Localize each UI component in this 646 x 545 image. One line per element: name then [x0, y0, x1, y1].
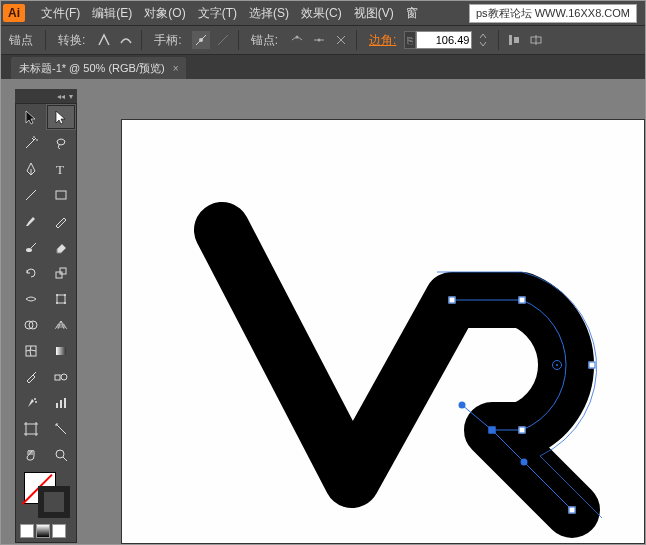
magic-wand-tool[interactable]	[16, 130, 46, 156]
pencil-tool[interactable]	[46, 208, 76, 234]
eraser-tool[interactable]	[46, 234, 76, 260]
rotate-tool[interactable]	[16, 260, 46, 286]
corner-stepper[interactable]	[474, 31, 492, 49]
document-tabbar: 未标题-1* @ 50% (RGB/预览) ×	[1, 55, 645, 79]
svg-rect-13	[56, 272, 62, 278]
options-bar: 锚点 转换: 手柄: 锚点: 边角: ⎘	[1, 25, 645, 55]
separator	[238, 30, 239, 50]
vr-artwork[interactable]	[162, 170, 642, 544]
anchor-point[interactable]	[569, 507, 576, 514]
pen-tool[interactable]	[16, 156, 46, 182]
width-tool[interactable]	[16, 286, 46, 312]
watermark-label: ps教程论坛 WWW.16XX8.COM	[469, 4, 637, 23]
document-tab-title: 未标题-1* @ 50% (RGB/预览)	[19, 61, 165, 76]
handle-hide-icon[interactable]	[214, 31, 232, 49]
gradient-tool[interactable]	[46, 338, 76, 364]
center-mark	[552, 360, 562, 370]
align-icon-2[interactable]	[527, 31, 545, 49]
menu-object[interactable]: 对象(O)	[138, 5, 191, 22]
svg-point-21	[29, 321, 37, 329]
svg-point-16	[56, 294, 58, 296]
workarea: ◂◂ ▾ T	[1, 79, 645, 544]
blob-brush-tool[interactable]	[16, 234, 46, 260]
svg-rect-23	[56, 347, 66, 355]
toolbox-header[interactable]: ◂◂ ▾	[15, 89, 77, 103]
corner-radius-input[interactable]	[416, 31, 472, 49]
color-mode-swatch[interactable]	[20, 524, 34, 538]
selection-tool[interactable]	[16, 104, 46, 130]
anchor-remove-icon[interactable]	[288, 31, 306, 49]
corner-link-icon[interactable]: ⎘	[404, 31, 416, 49]
svg-rect-5	[509, 35, 512, 45]
free-transform-tool[interactable]	[46, 286, 76, 312]
shape-builder-tool[interactable]	[16, 312, 46, 338]
perspective-grid-tool[interactable]	[46, 312, 76, 338]
symbol-sprayer-tool[interactable]	[16, 390, 46, 416]
anchor-point[interactable]	[589, 362, 596, 369]
canvas[interactable]	[121, 119, 645, 544]
svg-point-20	[25, 321, 33, 329]
svg-line-10	[26, 190, 36, 200]
opt-corner-label[interactable]: 边角:	[361, 32, 404, 49]
handle-point[interactable]	[521, 459, 528, 466]
handle-show-icon[interactable]	[192, 31, 210, 49]
gradient-mode-swatch[interactable]	[36, 524, 50, 538]
line-tool[interactable]	[16, 182, 46, 208]
convert-corner-icon[interactable]	[95, 31, 113, 49]
menu-file[interactable]: 文件(F)	[35, 5, 86, 22]
separator	[356, 30, 357, 50]
align-icon-1[interactable]	[505, 31, 523, 49]
anchor-add-icon[interactable]	[310, 31, 328, 49]
svg-line-33	[63, 457, 67, 461]
svg-point-19	[64, 302, 66, 304]
scale-tool[interactable]	[46, 260, 76, 286]
zoom-tool[interactable]	[46, 442, 76, 468]
svg-point-32	[56, 450, 64, 458]
opt-anchor2-label: 锚点:	[243, 32, 286, 49]
svg-point-25	[61, 374, 67, 380]
column-graph-tool[interactable]	[46, 390, 76, 416]
anchor-point-selected[interactable]	[489, 427, 496, 434]
direct-selection-tool[interactable]	[46, 104, 76, 130]
document-tab[interactable]: 未标题-1* @ 50% (RGB/预览) ×	[11, 57, 186, 79]
lasso-tool[interactable]	[46, 130, 76, 156]
stroke-swatch[interactable]	[38, 486, 70, 518]
svg-rect-15	[57, 295, 65, 303]
svg-rect-6	[514, 37, 519, 43]
menu-edit[interactable]: 编辑(E)	[86, 5, 138, 22]
svg-point-17	[64, 294, 66, 296]
svg-point-3	[296, 36, 299, 39]
anchor-point[interactable]	[519, 297, 526, 304]
artboard-tool[interactable]	[16, 416, 46, 442]
menu-window[interactable]: 窗	[400, 5, 424, 22]
svg-point-18	[56, 302, 58, 304]
panel-menu-icon[interactable]: ▾	[69, 92, 73, 101]
collapse-icon[interactable]: ◂◂	[57, 92, 65, 101]
hand-tool[interactable]	[16, 442, 46, 468]
close-icon[interactable]: ×	[173, 63, 179, 74]
convert-smooth-icon[interactable]	[117, 31, 135, 49]
anchor-point[interactable]	[449, 297, 456, 304]
opt-anchor-label: 锚点	[1, 32, 41, 49]
none-mode-swatch[interactable]	[52, 524, 66, 538]
anchor-cut-icon[interactable]	[332, 31, 350, 49]
paintbrush-tool[interactable]	[16, 208, 46, 234]
menu-select[interactable]: 选择(S)	[243, 5, 295, 22]
slice-tool[interactable]	[46, 416, 76, 442]
anchor-point[interactable]	[519, 427, 526, 434]
eyedropper-tool[interactable]	[16, 364, 46, 390]
rectangle-tool[interactable]	[46, 182, 76, 208]
handle-point[interactable]	[459, 402, 466, 409]
blend-tool[interactable]	[46, 364, 76, 390]
svg-point-4	[318, 39, 321, 42]
menu-effect[interactable]: 效果(C)	[295, 5, 348, 22]
menu-view[interactable]: 视图(V)	[348, 5, 400, 22]
fill-stroke-control[interactable]	[16, 468, 76, 524]
svg-rect-22	[26, 346, 36, 356]
toolbox: T	[15, 103, 77, 543]
svg-rect-31	[26, 424, 36, 434]
mesh-tool[interactable]	[16, 338, 46, 364]
menu-type[interactable]: 文字(T)	[192, 5, 243, 22]
opt-handle-label: 手柄:	[146, 32, 189, 49]
type-tool[interactable]: T	[46, 156, 76, 182]
